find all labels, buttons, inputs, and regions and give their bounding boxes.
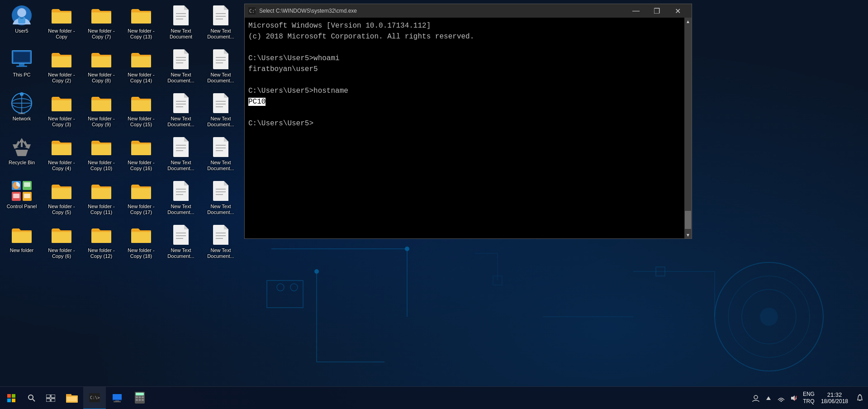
icon-image-new-folder-copy-15 xyxy=(130,92,152,114)
cmd-line: firatboyan\user5 xyxy=(248,64,681,75)
desktop-icon-new-text-doc-10[interactable]: New Text Document... xyxy=(201,177,241,221)
desktop-icon-new-folder-copy-9[interactable]: New folder - Copy (9) xyxy=(81,90,121,133)
desktop-icon-new-text-doc-4[interactable]: New Text Document... xyxy=(201,46,241,90)
tray-language[interactable]: ENG TRQ xyxy=(800,387,817,409)
icon-label-new-folder-copy-2: New folder - Copy (2) xyxy=(43,72,80,84)
icon-image-new-text-doc-1 xyxy=(170,5,192,26)
desktop-icon-recycle-bin[interactable]: Recycle Bin xyxy=(2,133,42,177)
desktop-icon-new-folder-copy-4[interactable]: New folder - Copy (4) xyxy=(42,133,81,177)
taskbar-calculator[interactable] xyxy=(128,387,151,409)
svg-point-85 xyxy=(28,395,33,399)
icon-label-new-text-doc-5: New Text Document... xyxy=(163,116,199,128)
icon-label-new-folder-copy-6: New folder - Copy (6) xyxy=(43,247,80,259)
desktop-icon-new-text-doc-5[interactable]: New Text Document... xyxy=(161,90,201,133)
icon-label-new-folder-copy-3: New folder - Copy (3) xyxy=(43,116,80,128)
notification-button[interactable] xyxy=(852,387,868,409)
desktop-icon-new-folder-copy-10[interactable]: New folder - Copy (10) xyxy=(81,133,121,177)
desktop-icon-new-folder-copy-14[interactable]: New folder - Copy (14) xyxy=(121,46,161,90)
icon-label-new-text-doc-2: New Text Document... xyxy=(203,28,239,40)
desktop-icon-new-text-doc-6[interactable]: New Text Document... xyxy=(201,90,241,133)
icon-label-new-text-doc-11: New Text Document... xyxy=(163,247,199,259)
icon-label-new-folder-copy-5: New folder - Copy (5) xyxy=(43,204,80,215)
svg-point-108 xyxy=(754,395,758,399)
cmd-line: (c) 2018 Microsoft Corporation. All righ… xyxy=(248,31,681,42)
desktop-icon-network[interactable]: Network xyxy=(2,90,42,133)
tray-volume-icon[interactable] xyxy=(787,387,800,409)
icon-image-new-text-doc-12 xyxy=(210,224,232,246)
taskbar-file-explorer[interactable] xyxy=(61,387,83,409)
desktop-icon-new-text-doc-9[interactable]: New Text Document... xyxy=(161,177,201,221)
desktop-icon-new-text-doc-7[interactable]: New Text Document... xyxy=(161,133,201,177)
desktop-icon-new-folder-copy-13[interactable]: New folder - Copy (13) xyxy=(121,2,161,46)
icon-label-new-folder-copy-8: New folder - Copy (8) xyxy=(83,72,119,84)
desktop-icon-new-text-doc-3[interactable]: New Text Document... xyxy=(161,46,201,90)
tray-network-icon[interactable] xyxy=(775,387,787,409)
desktop-icon-control-panel[interactable]: Control Panel xyxy=(2,177,42,221)
desktop-icon-new-folder-copy-16[interactable]: New folder - Copy (16) xyxy=(121,133,161,177)
desktop-icon-new-text-doc-1[interactable]: New Text Document xyxy=(161,2,201,46)
desktop-icon-new-folder-copy-2[interactable]: New folder - Copy (2) xyxy=(42,46,81,90)
cmd-scrollbar[interactable]: ▲ ▼ xyxy=(684,18,692,238)
desktop-icon-new-folder-copy-12[interactable]: New folder - Copy (12) xyxy=(81,221,121,265)
task-view-button[interactable] xyxy=(41,387,61,409)
icon-image-new-text-doc-4 xyxy=(210,48,232,70)
search-button[interactable] xyxy=(23,387,41,409)
svg-rect-93 xyxy=(67,397,77,401)
tray-expand-button[interactable] xyxy=(762,387,775,409)
desktop-icon-new-folder-copy-18[interactable]: New folder - Copy (18) xyxy=(121,221,161,265)
svg-rect-92 xyxy=(66,394,71,396)
desktop-icon-new-folder-copy[interactable]: New folder - Copy xyxy=(42,2,81,46)
cmd-window[interactable]: C:\ Select C:\WINDOWS\system32\cmd.exe —… xyxy=(244,4,692,239)
desktop-icon-new-text-doc-12[interactable]: New Text Document... xyxy=(201,221,241,265)
svg-point-9 xyxy=(760,308,778,326)
cmd-scroll-thumb[interactable] xyxy=(685,211,691,229)
cmd-close-button[interactable]: ✕ xyxy=(667,4,688,18)
svg-rect-81 xyxy=(7,394,11,398)
desktop-icon-user5[interactable]: User5 xyxy=(2,2,42,46)
taskbar-cmd[interactable]: C:\>_ xyxy=(83,387,106,409)
desktop-icons-area: User5 New folder - Copy New folder - Cop… xyxy=(0,0,240,308)
svg-rect-88 xyxy=(51,395,55,398)
icon-image-new-text-doc-3 xyxy=(170,48,192,70)
icon-image-network xyxy=(11,92,33,114)
icon-image-control-panel xyxy=(11,180,33,202)
desktop-icon-new-folder-copy-5[interactable]: New folder - Copy (5) xyxy=(42,177,81,221)
taskbar-people-button[interactable] xyxy=(749,387,762,409)
desktop-icon-new-folder-copy-8[interactable]: New folder - Copy (8) xyxy=(81,46,121,90)
desktop-icon-new-folder-copy-3[interactable]: New folder - Copy (3) xyxy=(42,90,81,133)
cmd-line xyxy=(248,107,681,118)
desktop-icon-new-folder-copy-6[interactable]: New folder - Copy (6) xyxy=(42,221,81,265)
svg-rect-102 xyxy=(136,396,138,398)
icon-label-new-folder-copy-11: New folder - Copy (11) xyxy=(83,204,119,215)
icon-image-new-folder-copy-9 xyxy=(90,92,112,114)
svg-point-21 xyxy=(17,8,26,17)
cmd-restore-button[interactable]: ❐ xyxy=(646,4,667,18)
cmd-minimize-button[interactable]: — xyxy=(626,4,646,18)
icon-label-control-panel: Control Panel xyxy=(7,204,37,209)
icon-image-new-folder-copy-16 xyxy=(130,136,152,158)
desktop-icon-new-folder-copy-11[interactable]: New folder - Copy (11) xyxy=(81,177,121,221)
svg-point-16 xyxy=(290,284,298,291)
desktop-icon-new-text-doc-8[interactable]: New Text Document... xyxy=(201,133,241,177)
desktop-icon-new-folder[interactable]: New folder xyxy=(2,221,42,265)
desktop-icon-new-text-doc-11[interactable]: New Text Document... xyxy=(161,221,201,265)
icon-label-new-text-doc-4: New Text Document... xyxy=(203,72,239,84)
desktop-icon-new-text-doc-2[interactable]: New Text Document... xyxy=(201,2,241,46)
icon-label-new-folder-copy-4: New folder - Copy (4) xyxy=(43,160,80,171)
cmd-highlight: PC10 xyxy=(248,98,266,106)
svg-rect-106 xyxy=(139,399,141,401)
cmd-scroll-down[interactable]: ▼ xyxy=(684,231,692,238)
icon-label-new-folder-copy-7: New folder - Copy (7) xyxy=(83,28,119,40)
desktop: User5 New folder - Copy New folder - Cop… xyxy=(0,0,868,409)
desktop-icon-new-folder-copy-7[interactable]: New folder - Copy (7) xyxy=(81,2,121,46)
icon-image-new-folder-copy-7 xyxy=(90,5,112,26)
desktop-icon-this-pc[interactable]: This PC xyxy=(2,46,42,90)
tray-clock[interactable]: 21:32 18/06/2018 xyxy=(817,387,852,409)
desktop-icon-new-folder-copy-15[interactable]: New folder - Copy (15) xyxy=(121,90,161,133)
desktop-icon-new-folder-copy-17[interactable]: New folder - Copy (17) xyxy=(121,177,161,221)
start-button[interactable] xyxy=(0,387,23,409)
cmd-scroll-up[interactable]: ▲ xyxy=(684,18,692,25)
cmd-line: PC10 xyxy=(248,96,681,107)
cmd-line: C:\Users\User5>whoami xyxy=(248,53,681,64)
taskbar-network-item[interactable] xyxy=(106,387,128,409)
